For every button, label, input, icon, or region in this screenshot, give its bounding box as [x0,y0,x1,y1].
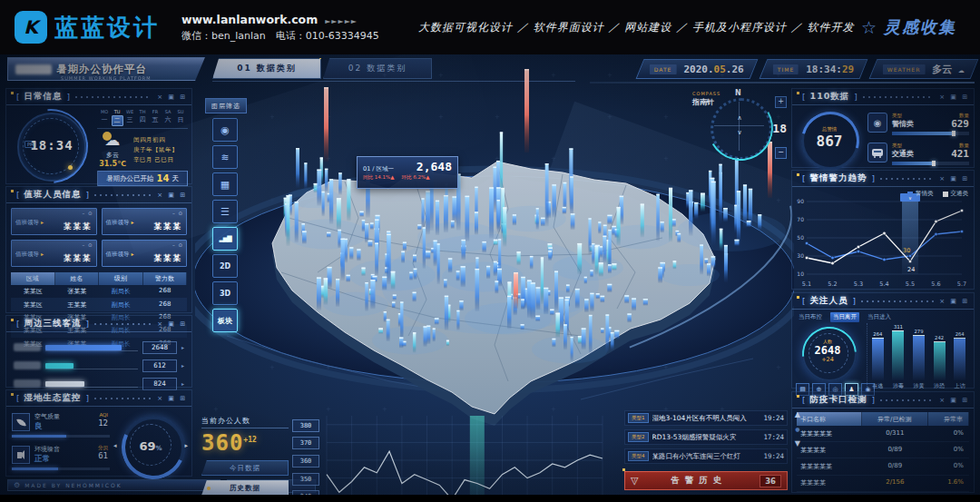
alert-row[interactable]: 类型2RD13-53烟感报警疑似火灾17:24 [624,429,788,445]
svg-text:+: + [607,72,612,79]
panel-title: 关注人员 [810,295,848,307]
weekday-fr[interactable]: FR五 [150,109,161,126]
duty-leader-card[interactable]: 值班领导▸– ⊙某某某 [11,240,97,267]
scroll-dot-icon[interactable]: ● [795,426,799,432]
duty-leader-card[interactable]: 值班领导▸– ⊙某某某 [102,240,188,267]
star-icon: ☆ [861,17,878,37]
window-controls-icon[interactable]: × ▣ ⊞ [157,320,187,328]
alert-history-button[interactable]: ▽! 告警历史 36 [624,471,788,490]
window-controls-icon[interactable]: × ▣ ⊞ [157,192,187,199]
air-quality-status: 良 [34,421,60,432]
focus-tab[interactable]: 当日离开 [830,312,859,322]
duty-table-row: 某某区王某某副局长268 [11,298,187,310]
window-controls-icon[interactable]: × ▣ ⊞ [157,395,187,402]
chevron-up-icon[interactable]: ∧ [732,114,747,122]
duty-leader-name: 某某某 [64,221,93,232]
focus-tab[interactable]: 当日进入 [865,312,894,322]
scroll-up-icon[interactable]: ▲ [795,410,800,418]
alert-list-panel: 类型1湿地3-104片区有不明人员闯入19:24类型2RD13-53烟感报警疑似… [624,410,788,490]
window-controls-icon[interactable]: × ▣ ⊞ [939,397,969,404]
camera-icon[interactable]: ◉ [212,118,238,142]
tooltip-region: 01 / 区域一 [363,165,394,173]
window-controls-icon[interactable]: × ▣ ⊞ [939,94,969,101]
alert-row[interactable]: 类型1湿地3-104片区有不明人员闯入19:24 [624,410,788,426]
alarm-icon: ◉ [867,113,887,133]
flow-bar-row: 824▸ [14,378,184,389]
inspiration-collect-button[interactable]: ☆ 灵感收集 [861,16,956,38]
list-icon[interactable]: ☰ [212,200,238,223]
window-controls-icon[interactable]: × ▣ ⊞ [939,175,969,182]
total-alarms-gauge: 总警情 867 [797,110,862,170]
office-trend-chart: 380370360350340 0246810121416182022 [290,410,615,495]
trend-legend: 警情类交通类 [907,190,968,198]
svg-text:5.4: 5.4 [879,281,888,288]
bar-chart-icon[interactable]: ▂▅▇ [212,227,238,251]
weekday-th[interactable]: TH四 [137,109,148,126]
duty-leader-card[interactable]: 值班领导▸– ⊙某某某 [102,208,188,235]
layer-button-2D[interactable]: 2D [212,254,238,278]
svg-text:+: + [438,113,444,121]
svg-text:+: + [270,364,275,371]
leaf-icon [12,413,30,431]
focus-tabs: 当日布控当日离开当日进入 [796,312,968,322]
days-count: 14 [157,173,170,183]
weekday-sa[interactable]: SA六 [162,109,173,126]
checkpoint-panel: [ 防疫卡口检测 ] × ▣ ⊞ 卡口名称异常/已检测异常率某某某某某0/311… [791,391,975,493]
lanlan-logo-icon: K [15,11,47,44]
legend-item: 警情类 [907,190,934,198]
history-data-button[interactable]: 历史数据 [201,480,289,495]
panel-title: 110数据 [810,91,850,103]
alert-type-badge: 类型1 [628,413,649,423]
weather-value: 多云 ☁ [933,63,965,76]
signal-icon[interactable]: ≋ [212,145,238,169]
website-url: www.lanlanwork.com►►►►► [181,13,379,26]
layer-button-板块[interactable]: 板块 [212,309,238,332]
window-controls-icon[interactable]: × ▣ ⊞ [939,298,969,305]
office-count-widget: 当前办公人数 360+12 今日数据 历史数据 [201,416,289,495]
duty-leader-name: 某某某 [64,253,93,264]
air-quality-item: 空气质量良 AQI12 [12,412,110,438]
svg-text:30: 30 [903,247,910,254]
time-value: 18:34:29 [806,64,854,75]
duty-leader-name: 某某某 [154,221,183,232]
svg-text:5.3: 5.3 [854,281,863,288]
chevron-down-icon[interactable]: ∨ [732,129,747,136]
focus-persons-gauge: 人数 2648 +24 [798,325,861,381]
alert-row[interactable]: 类型4某路口有小汽车连闯三个红灯19:24 [624,448,788,464]
weather-block: WEATHER 多云 ☁ [869,59,979,79]
alert-scrollbar: ▲ ● ▼ [795,410,800,448]
svg-text:+: + [213,72,219,79]
weekday-mo[interactable]: MO一 [99,109,110,126]
alert-time: 19:24 [763,414,784,422]
weather-icon: ☁ 多云 31.5℃ [97,132,128,168]
grid-icon[interactable]: ▦ [212,172,238,196]
map-tooltip[interactable]: 01 / 区域一 2,648 同比 14.1%▲环比 6.2%▲ [357,156,458,189]
weekday-su[interactable]: SU日 [175,109,186,126]
flow-line-label-blurred [14,361,41,369]
flow-line-label-blurred [14,379,41,388]
weekday-we[interactable]: WE三 [124,109,135,126]
window-controls-icon[interactable]: × ▣ ⊞ [157,94,187,101]
compass-widget: COMPASS 指南针 N ∧ ∨ + 18 − [692,91,787,178]
today-data-button[interactable]: 今日数据 [201,460,289,476]
panel-header: [ 防疫卡口检测 ] × ▣ ⊞ [792,392,974,408]
blurred-logo [15,64,52,74]
card-icons: – ⊙ [82,211,93,216]
zoom-out-button[interactable]: − [775,147,787,159]
scroll-down-icon[interactable]: ▼ [795,439,800,448]
panel-header: [ 110数据 ] × ▣ ⊞ [792,89,974,105]
duty-leader-card[interactable]: 值班领导▸– ⊙某某某 [11,208,97,235]
office-y-tick: 380 [292,419,319,432]
svg-text:5.7: 5.7 [957,281,966,288]
alert-type-badge: 类型2 [628,432,649,442]
zoom-in-button[interactable]: + [775,96,787,108]
police-trend-panel: [ 警情警力趋势 ] × ▣ ⊞ 警情类交通类 9070503010∨30245… [791,170,975,290]
layer-button-3D[interactable]: 3D [212,281,238,305]
analog-clock: PM 18:34 [10,109,93,185]
focus-tab[interactable]: 当日布控 [796,312,825,322]
warning-triangle-icon: ▽! [631,476,638,486]
weekday-tu[interactable]: TU二 [112,109,122,126]
flow-line-label-blurred [14,343,41,351]
svg-text:+: + [382,72,387,79]
office-count-value: 360+12 [201,430,289,456]
